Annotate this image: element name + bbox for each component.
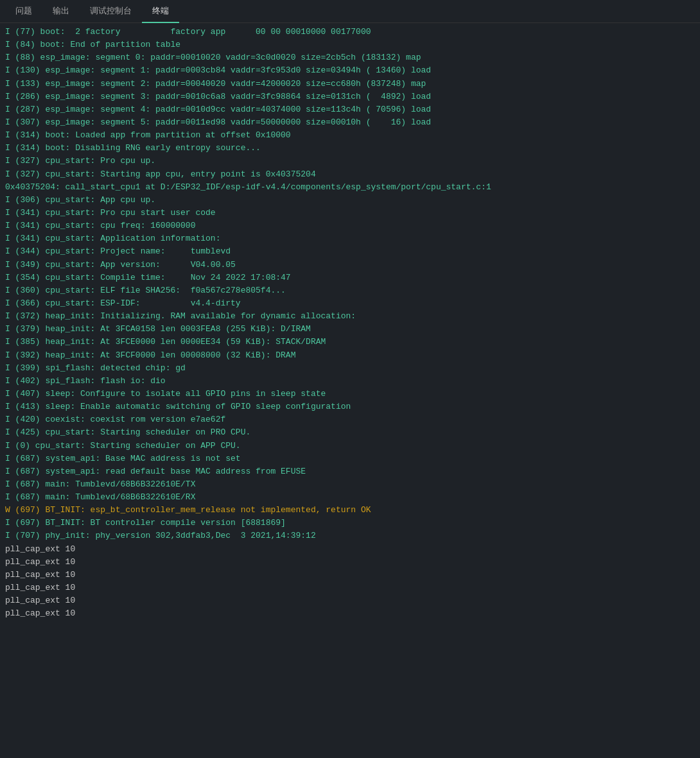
terminal-line: I (130) esp_image: segment 1: paddr=0003… [5,64,695,77]
terminal-line: I (687) main: Tumblevd/68B6B322610E/TX [5,478,695,491]
terminal-line: I (354) cpu_start: Compile time: Nov 24 … [5,271,695,284]
terminal-line: I (687) main: Tumblevd/68B6B322610E/RX [5,491,695,504]
terminal-line: pll_cap_ext 10 [5,556,695,569]
terminal-line: I (88) esp_image: segment 0: paddr=00010… [5,51,695,64]
terminal-line: pll_cap_ext 10 [5,581,695,594]
terminal-line: I (385) heap_init: At 3FCE0000 len 0000E… [5,336,695,349]
terminal-line: I (379) heap_init: At 3FCA0158 len 0003F… [5,323,695,336]
terminal-line: I (314) boot: Disabling RNG early entrop… [5,142,695,155]
terminal-line: I (360) cpu_start: ELF file SHA256: f0a5… [5,284,695,297]
tab-调试控制台[interactable]: 调试控制台 [80,0,142,23]
tab-bar: 问题输出调试控制台终端 [0,0,700,23]
terminal-line: 0x40375204: call_start_cpu1 at D:/ESP32_… [5,181,695,194]
terminal-line: I (402) spi_flash: flash io: dio [5,375,695,388]
terminal-line: I (407) sleep: Configure to isolate all … [5,388,695,401]
terminal-line: W (697) BT_INIT: esp_bt_controller_mem_r… [5,504,695,517]
terminal-line: I (77) boot: 2 factory factory app 00 00… [5,26,695,39]
terminal-line: I (306) cpu_start: App cpu up. [5,194,695,207]
terminal-line: I (349) cpu_start: App version: V04.00.0… [5,259,695,271]
terminal-line: I (707) phy_init: phy_version 302,3ddfab… [5,530,695,542]
terminal-line: I (341) cpu_start: Pro cpu start user co… [5,207,695,220]
terminal-output: I (77) boot: 2 factory factory app 00 00… [0,23,700,623]
terminal-line: pll_cap_ext 10 [5,607,695,620]
terminal-line: I (425) cpu_start: Starting scheduler on… [5,426,695,439]
terminal-line: pll_cap_ext 10 [5,543,695,556]
terminal-line: I (687) system_api: read default base MA… [5,465,695,478]
terminal-line: I (133) esp_image: segment 2: paddr=0004… [5,78,695,90]
tab-输出[interactable]: 输出 [42,0,80,23]
terminal-line: I (372) heap_init: Initializing. RAM ava… [5,310,695,323]
terminal-line: I (413) sleep: Enable automatic switchin… [5,401,695,413]
terminal-line: pll_cap_ext 10 [5,594,695,607]
terminal-line: I (341) cpu_start: cpu freq: 160000000 [5,220,695,232]
terminal-line: I (307) esp_image: segment 5: paddr=0011… [5,116,695,129]
tab-问题[interactable]: 问题 [5,0,42,23]
terminal-line: I (314) boot: Loaded app from partition … [5,129,695,142]
tab-终端[interactable]: 终端 [142,0,179,23]
terminal-line: I (286) esp_image: segment 3: paddr=0010… [5,90,695,103]
terminal-line: I (687) system_api: Base MAC address is … [5,452,695,465]
terminal-line: I (327) cpu_start: Starting app cpu, ent… [5,168,695,181]
terminal-line: I (366) cpu_start: ESP-IDF: v4.4-dirty [5,297,695,310]
terminal-line: I (0) cpu_start: Starting scheduler on A… [5,440,695,452]
terminal-line: I (84) boot: End of partition table [5,39,695,51]
terminal-line: I (392) heap_init: At 3FCF0000 len 00008… [5,349,695,362]
terminal-line: I (420) coexist: coexist rom version e7a… [5,413,695,426]
terminal-line: I (341) cpu_start: Application informati… [5,232,695,245]
terminal-line: pll_cap_ext 10 [5,569,695,581]
terminal-line: I (344) cpu_start: Project name: tumblev… [5,245,695,258]
terminal-line: I (399) spi_flash: detected chip: gd [5,362,695,375]
terminal-line: I (697) BT_INIT: BT controller compile v… [5,517,695,530]
terminal-line: I (287) esp_image: segment 4: paddr=0010… [5,103,695,116]
terminal-line: I (327) cpu_start: Pro cpu up. [5,155,695,168]
